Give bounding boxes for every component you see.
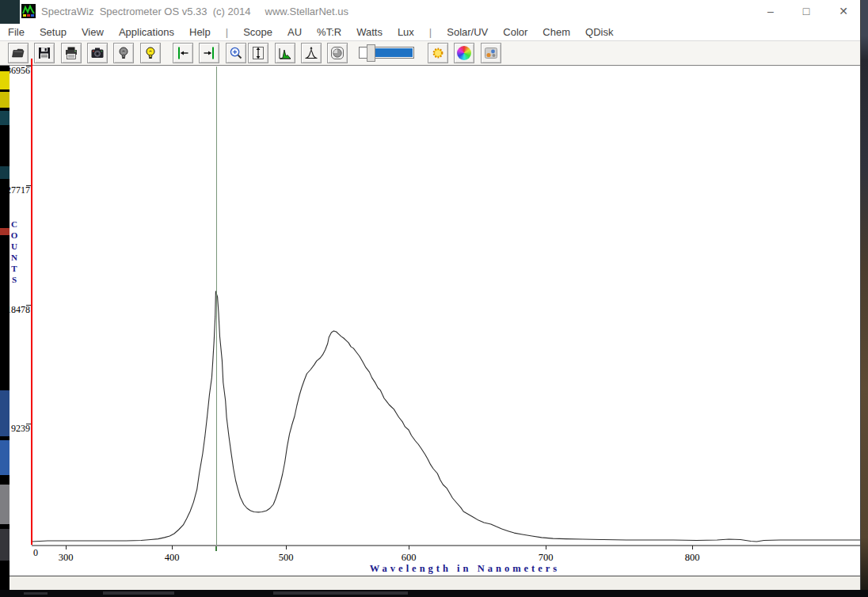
x-axis-tick <box>66 546 67 549</box>
x-axis-tick <box>546 546 546 549</box>
timer-icon <box>329 45 345 61</box>
edge-artifact-block <box>0 166 10 179</box>
zoom-button[interactable] <box>226 43 246 63</box>
edge-artifact-block <box>0 228 10 235</box>
edge-artifact-block <box>0 485 10 524</box>
x-axis-tick <box>692 546 693 549</box>
integration-slider-thumb[interactable] <box>367 44 375 62</box>
menu-item-solar-uv[interactable]: Solar/UV <box>447 26 488 38</box>
menu-item-file[interactable]: File <box>8 26 25 38</box>
counts-axis-letter: N <box>10 253 18 262</box>
print-button[interactable] <box>61 43 82 63</box>
color-measure-button[interactable] <box>454 43 474 63</box>
light-reference-button[interactable] <box>140 43 161 63</box>
x-axis-tick-label: 400 <box>156 552 188 564</box>
title-bar[interactable]: SpectraWiz Spectrometer OS v5.33 (c) 201… <box>0 0 860 24</box>
wavelength-axis-title: Wavelength in Nanometers <box>334 563 596 575</box>
cursor-right-icon <box>201 45 217 61</box>
detector-mode-button[interactable] <box>327 43 348 63</box>
menu-item-lux[interactable]: Lux <box>398 26 414 38</box>
close-button[interactable]: ✕ <box>832 4 855 19</box>
taskbar[interactable] <box>0 590 868 597</box>
desktop-corner-artifact <box>0 0 20 24</box>
integration-slider-fill <box>374 48 413 57</box>
menu-bar: FileSetupViewApplicationsHelp|ScopeAU%T:… <box>0 24 868 41</box>
menu-item-watts[interactable]: Watts <box>356 26 383 38</box>
integration-slider[interactable] <box>359 47 414 59</box>
cursor-left-icon <box>175 45 191 61</box>
spectrum-peak-icon <box>277 45 293 61</box>
right-edge-artifact <box>860 0 868 597</box>
folder-icon <box>10 45 26 61</box>
edge-artifact-block <box>0 529 10 561</box>
bulb-off-icon <box>116 45 131 61</box>
x-axis-tick <box>286 546 287 549</box>
chem-mode-button[interactable] <box>481 43 501 63</box>
x-axis-tick-label: 500 <box>270 552 302 564</box>
x-axis-tick <box>409 546 409 549</box>
printer-icon <box>63 45 79 61</box>
edge-artifact-block <box>0 111 10 125</box>
updown-arrows-icon <box>250 45 266 61</box>
magnifier-icon <box>228 45 244 61</box>
menu-item-applications[interactable]: Applications <box>119 26 174 38</box>
menu-item-au[interactable]: AU <box>287 26 302 38</box>
counts-axis-letter: U <box>10 241 18 251</box>
peak-find-button[interactable] <box>301 43 322 63</box>
edge-artifact-block <box>0 92 10 108</box>
app-icon[interactable] <box>21 4 36 18</box>
menu-separator: | <box>429 26 432 38</box>
dark-reference-button[interactable] <box>113 43 134 63</box>
menu-item-setup[interactable]: Setup <box>40 26 67 38</box>
screen: { "window": { "title": "SpectraWiz Spect… <box>0 0 868 597</box>
menu-item-scope[interactable]: Scope <box>243 26 272 38</box>
counts-axis-letter: T <box>10 264 18 273</box>
sun-icon <box>430 45 446 61</box>
plot-area[interactable] <box>32 67 860 545</box>
left-edge-artifact <box>0 66 10 590</box>
menu-item-qdisk[interactable]: QDisk <box>585 26 613 38</box>
menu-separator: | <box>226 26 228 38</box>
x-axis-tick-label: 600 <box>393 552 424 564</box>
counts-axis-letter: S <box>10 275 18 284</box>
edge-artifact-block <box>0 390 10 436</box>
x-axis-tick <box>172 546 173 549</box>
camera-icon <box>89 45 105 61</box>
maximize-button[interactable]: □ <box>794 4 818 19</box>
counts-axis-letter: C <box>10 219 18 229</box>
snapshot-button[interactable] <box>87 43 108 63</box>
menu-item--t-r[interactable]: %T:R <box>317 26 341 38</box>
bulb-on-icon <box>143 45 158 61</box>
minimize-button[interactable]: – <box>759 4 782 19</box>
y-axis-tick-label: 0 <box>33 547 44 559</box>
menu-item-view[interactable]: View <box>82 26 104 38</box>
x-axis-tick-label: 300 <box>50 552 82 564</box>
edge-artifact-block <box>0 440 10 475</box>
peak-arrow-icon <box>303 45 319 61</box>
floppy-icon <box>36 45 52 61</box>
cursor-right-button[interactable] <box>199 43 219 63</box>
open-spectra-button[interactable] <box>8 43 29 63</box>
cursor-tick <box>215 546 217 551</box>
status-bar: SCOPE-> Wave:400.09nm Pix:469 Val:3139.8… <box>0 576 860 590</box>
menu-item-chem[interactable]: Chem <box>542 26 570 38</box>
menu-item-help[interactable]: Help <box>189 26 211 38</box>
cursor-left-button[interactable] <box>173 43 193 63</box>
x-axis-tick-label: 800 <box>676 552 708 564</box>
window-title: SpectraWiz Spectrometer OS v5.33 (c) 201… <box>41 6 348 17</box>
toolbar <box>0 41 860 66</box>
edge-artifact-block <box>0 71 10 89</box>
light-control-button[interactable] <box>428 43 448 63</box>
x-axis-line <box>32 545 860 546</box>
palette-icon <box>483 45 499 61</box>
color-wheel-icon <box>457 46 471 60</box>
x-axis-tick-label: 700 <box>530 552 562 564</box>
counts-axis-letter: O <box>10 230 18 240</box>
save-spectra-button[interactable] <box>34 43 55 63</box>
menu-item-color[interactable]: Color <box>503 26 527 38</box>
overlay-spectrum-button[interactable] <box>275 43 295 63</box>
autoscale-button[interactable] <box>248 43 268 63</box>
